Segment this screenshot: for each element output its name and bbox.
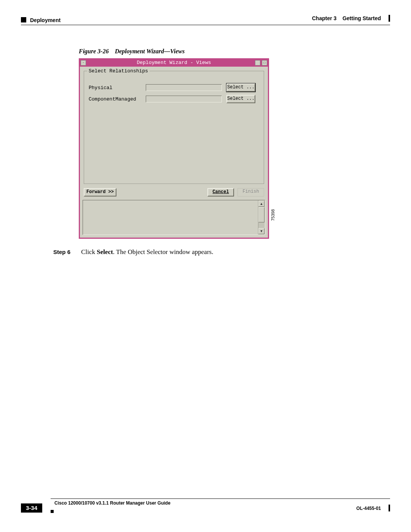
scroll-thumb[interactable] [258, 207, 264, 222]
step-text: Click Select. The Object Selector window… [81, 248, 213, 256]
wizard-body: Select Relationships Physical Select ...… [80, 67, 268, 238]
relationship-row: ComponentManaged Select ... [89, 95, 259, 103]
page-header: Deployment Chapter 3 Getting Started [21, 16, 390, 26]
cancel-button[interactable]: Cancel [207, 188, 234, 197]
forward-button[interactable]: Forward >> [84, 188, 116, 197]
figure-image-id: 75398 [271, 209, 275, 221]
scroll-down-icon[interactable]: ▼ [258, 228, 264, 234]
header-rule [21, 25, 390, 25]
footer-doc-id: OL-4455-01 [356, 506, 381, 511]
relationship-row: Physical Select ... [89, 83, 259, 92]
wizard-title: Deployment Wizard - Views [137, 60, 211, 66]
section-title: Deployment [30, 17, 61, 23]
group-title: Select Relationships [87, 68, 150, 74]
wizard-nav: Forward >> Cancel Finish [84, 188, 264, 197]
window-menu-icon[interactable]: - [81, 60, 86, 66]
finish-button: Finish [237, 188, 264, 197]
cancel-label: Cancel [212, 189, 229, 195]
footer-rule [51, 498, 390, 499]
wizard-titlebar: - Deployment Wizard - Views □ [80, 59, 268, 67]
step-instruction: Step 6 Click Select. The Object Selector… [53, 248, 213, 256]
page-number: 3-34 [21, 503, 42, 513]
footer-marker-icon [51, 510, 54, 513]
page-footer: Cisco 12000/10700 v3.1.1 Router Manager … [21, 498, 390, 514]
relationships-group: Select Relationships Physical Select ...… [84, 71, 264, 184]
minimize-icon[interactable] [255, 60, 260, 66]
scroll-up-icon[interactable]: ▲ [258, 201, 264, 207]
componentmanaged-select-button[interactable]: Select ... [226, 95, 255, 103]
figure-title: Deployment Wizard—Views [115, 48, 185, 54]
figure-label: Figure 3-26 [79, 48, 109, 54]
figure-caption: Figure 3-26 Deployment Wizard—Views [79, 48, 185, 55]
step-post: . The Object Selector window appears. [113, 248, 213, 256]
physical-label: Physical [89, 85, 146, 91]
chapter-name: Getting Started [342, 15, 381, 21]
log-area: ▲ ▼ [83, 200, 265, 235]
maximize-icon[interactable]: □ [262, 60, 267, 66]
componentmanaged-label: ComponentManaged [89, 96, 146, 102]
header-marker-icon [21, 17, 26, 22]
componentmanaged-input[interactable] [146, 96, 222, 102]
footer-bar-icon [389, 505, 390, 511]
wizard-window: - Deployment Wizard - Views □ Select Rel… [79, 58, 269, 239]
step-pre: Click [81, 248, 97, 256]
scrollbar[interactable]: ▲ ▼ [258, 200, 265, 235]
step-label: Step 6 [53, 249, 70, 255]
chapter-title: Chapter 3 Getting Started [312, 15, 381, 21]
physical-input[interactable] [146, 84, 222, 91]
chapter-number: Chapter 3 [312, 15, 337, 21]
step-bold: Select [97, 248, 113, 256]
physical-select-button[interactable]: Select ... [226, 83, 255, 92]
header-bar-icon [389, 15, 390, 22]
footer-guide-title: Cisco 12000/10700 v3.1.1 Router Manager … [54, 500, 170, 506]
